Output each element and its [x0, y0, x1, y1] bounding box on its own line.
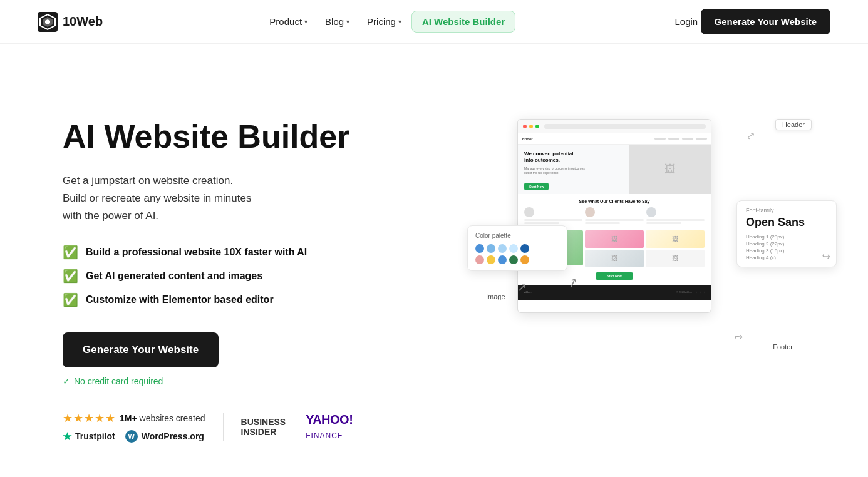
feature-item-2: ✅ Get AI generated content and images [63, 269, 353, 284]
hero-section: AI Website Builder Get a jumpstart on we… [0, 44, 868, 477]
nav-cta-label: Generate Your Website [715, 16, 817, 27]
color-swatch-1 [475, 244, 484, 253]
nav-blog-label: Blog [325, 16, 344, 27]
nav-item-product[interactable]: Product ▾ [262, 11, 315, 32]
logo-icon [38, 12, 58, 32]
hero-subtitle: Get a jumpstart on website creation. Bui… [63, 172, 353, 225]
ai-builder-nav-button[interactable]: AI Website Builder [411, 11, 515, 33]
wordpress-icon: W [125, 430, 138, 443]
heading3-label: Heading 3 (16px) [746, 248, 790, 254]
font-name-display: Open Sans [746, 216, 827, 229]
hero-visual: zibber. We convert potentialinto outcome… [467, 100, 830, 363]
hero-cta-button[interactable]: Generate Your Website [63, 332, 219, 367]
stars-display: ★★★★★ [63, 411, 116, 425]
no-credit-card-text: ✓ No credit card required [63, 376, 353, 386]
trustpilot-label: Trustpilot [75, 431, 115, 441]
hero-features-list: ✅ Build a professional website 10X faste… [63, 245, 353, 307]
logo[interactable]: 10Web [38, 12, 103, 32]
nav-right: Login Generate Your Website [674, 9, 830, 34]
feature-text-1: Build a professional website 10X faster … [86, 247, 307, 258]
ai-builder-nav-label: AI Website Builder [422, 16, 505, 27]
nav-product-label: Product [269, 16, 302, 27]
press-logos: BUSINESSINSIDER YAHOO!FINANCE [223, 413, 353, 441]
hero-cta-label: Generate Your Website [83, 344, 199, 356]
font-arrow: ↩ [822, 250, 830, 262]
color-swatch-8 [498, 255, 507, 264]
wordpress-badge: W WordPress.org [125, 430, 204, 443]
color-swatch-3 [498, 244, 507, 253]
login-button[interactable]: Login [674, 16, 698, 27]
logo-text: 10Web [63, 14, 103, 29]
check-icon-small: ✓ [63, 376, 70, 386]
feature-item-3: ✅ Customize with Elementor based editor [63, 292, 353, 307]
nav-item-blog[interactable]: Blog ▾ [318, 11, 357, 32]
feature-text-3: Customize with Elementor based editor [86, 294, 274, 305]
check-icon-3: ✅ [63, 292, 78, 307]
navbar: 10Web Product ▾ Blog ▾ Pricing ▾ AI Webs… [0, 0, 868, 44]
palette-title: Color palette [475, 232, 559, 239]
hero-right: zibber. We convert potentialinto outcome… [467, 94, 830, 363]
review-count: 1M+ websites created [120, 413, 205, 423]
image-annotation: Image [486, 293, 505, 300]
header-arrow: ↩ [745, 129, 758, 143]
yahoo-finance-logo: YAHOO!FINANCE [306, 413, 353, 441]
heading4-label: Heading 4 (x) [746, 255, 790, 260]
feature-item-1: ✅ Build a professional website 10X faste… [63, 245, 353, 260]
font-widget: Font-family Open Sans Heading 1 (28px) H… [736, 200, 837, 267]
check-icon-1: ✅ [63, 245, 78, 260]
color-swatch-5 [520, 244, 529, 253]
hero-title: AI Website Builder [63, 119, 353, 155]
color-swatch-10 [520, 255, 529, 264]
feature-text-2: Get AI generated content and images [86, 270, 262, 282]
color-swatch-4 [509, 244, 518, 253]
heading2-label: Heading 2 (22px) [746, 241, 790, 247]
heading1-label: Heading 1 (28px) [746, 234, 790, 240]
color-swatch-9 [509, 255, 518, 264]
business-insider-logo: BUSINESSINSIDER [241, 417, 286, 437]
rating-block: ★★★★★ 1M+ websites created ★ Trustpilot … [63, 411, 205, 443]
image-arrow: ↗ [517, 280, 527, 294]
check-icon-2: ✅ [63, 269, 78, 284]
chevron-down-icon: ▾ [304, 18, 307, 25]
font-family-label: Font-family [746, 207, 827, 213]
trustpilot-star-icon: ★ [63, 431, 71, 443]
color-swatch-2 [487, 244, 495, 253]
header-annotation: Header [775, 119, 812, 130]
color-palette-widget: Color palette [467, 225, 567, 271]
footer-annotation: Footer [773, 343, 793, 351]
badge-row: ★ Trustpilot W WordPress.org [63, 430, 205, 443]
nav-cta-button[interactable]: Generate Your Website [701, 9, 830, 34]
color-swatch-7 [487, 255, 495, 264]
footer-arrow: ↩ [733, 331, 743, 344]
nav-item-pricing[interactable]: Pricing ▾ [359, 11, 409, 32]
wordpress-label: WordPress.org [142, 431, 204, 441]
color-swatch-6 [475, 255, 484, 264]
font-sizes-list: Heading 1 (28px) Heading 2 (22px) Headin… [746, 234, 827, 260]
nav-pricing-label: Pricing [367, 16, 396, 27]
trustpilot-badge: ★ Trustpilot [63, 431, 115, 443]
stars-row: ★★★★★ 1M+ websites created [63, 411, 205, 425]
chevron-down-icon: ▾ [346, 18, 349, 25]
nav-center: Product ▾ Blog ▾ Pricing ▾ AI Website Bu… [262, 11, 515, 33]
chevron-down-icon: ▾ [398, 18, 401, 25]
social-proof: ★★★★★ 1M+ websites created ★ Trustpilot … [63, 411, 353, 443]
hero-left: AI Website Builder Get a jumpstart on we… [63, 94, 353, 443]
website-mockup-frame: zibber. We convert potentialinto outcome… [517, 119, 711, 313]
